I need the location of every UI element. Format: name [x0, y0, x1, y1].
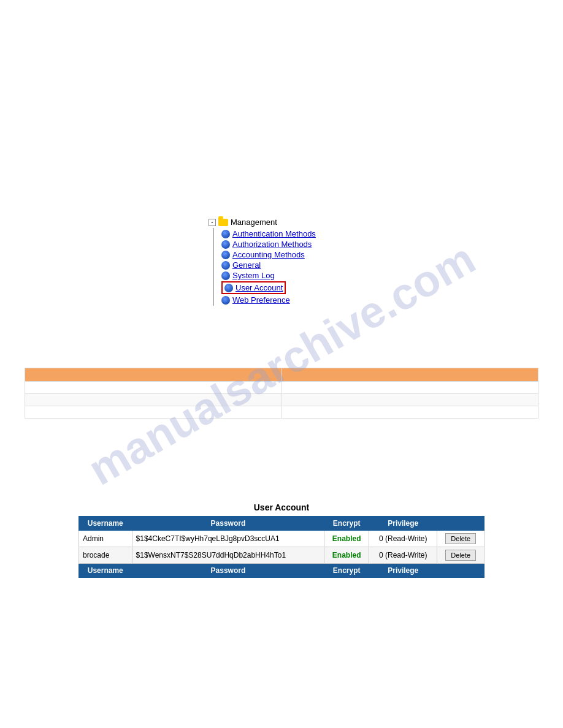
- globe-icon-acct: [221, 251, 230, 259]
- ua-col-action: [437, 517, 484, 531]
- user-account-table: Username Password Encrypt Privilege Admi…: [79, 516, 484, 578]
- ua-brocade-encrypt: Enabled: [324, 547, 369, 564]
- management-folder-icon: [218, 219, 228, 226]
- ua-col-encrypt: Encrypt: [324, 517, 369, 531]
- ua-col-password: Password: [132, 517, 324, 531]
- top-table-row2-col1: [25, 394, 282, 406]
- user-account-title: User Account: [79, 502, 484, 512]
- ua-admin-delete-button[interactable]: Delete: [445, 533, 476, 544]
- general-link[interactable]: General: [232, 260, 261, 270]
- top-table-header-row: [25, 368, 538, 382]
- user-account-link[interactable]: User Account: [236, 283, 283, 292]
- globe-icon-authz: [221, 240, 230, 249]
- tree-root-label: - Management: [209, 218, 316, 227]
- tree-item-acct-methods[interactable]: Accounting Methods: [221, 250, 316, 259]
- user-account-highlight[interactable]: User Account: [221, 281, 286, 294]
- tree-item-web-preference[interactable]: Web Preference: [221, 295, 316, 305]
- globe-icon-general: [221, 261, 230, 270]
- top-table-row1-col1: [25, 382, 282, 394]
- ua-header-row: Username Password Encrypt Privilege: [79, 517, 484, 531]
- watermark: manualsarchive.com: [0, 0, 563, 728]
- ua-admin-password: $1$4CkeC7TI$wyHh7qeLBJg8pvD3sccUA1: [132, 531, 324, 547]
- tree-item-system-log[interactable]: System Log: [221, 271, 316, 280]
- top-table-container: [25, 368, 538, 419]
- tree-item-user-account[interactable]: User Account: [221, 281, 316, 294]
- top-table-row2-col2: [282, 394, 538, 406]
- ua-footer-col-privilege: Privilege: [369, 564, 437, 578]
- top-table-row1-col2: [282, 382, 538, 394]
- ua-admin-username: Admin: [79, 531, 132, 547]
- ua-brocade-privilege: 0 (Read-Write): [369, 547, 437, 564]
- tree-expand-icon[interactable]: -: [209, 219, 216, 226]
- tree-branch: Authentication Methods Authorization Met…: [213, 228, 316, 306]
- globe-icon-auth: [221, 230, 230, 238]
- tree-root-title: Management: [231, 218, 277, 227]
- tree-item-general[interactable]: General: [221, 260, 316, 270]
- acct-methods-link[interactable]: Accounting Methods: [232, 250, 305, 259]
- top-table: [25, 368, 538, 419]
- ua-footer-col-username: Username: [79, 564, 132, 578]
- ua-brocade-delete-cell: Delete: [437, 547, 484, 564]
- ua-col-privilege: Privilege: [369, 517, 437, 531]
- top-table-row3-col2: [282, 406, 538, 419]
- top-table-header-col1: [25, 368, 282, 382]
- ua-brocade-username: brocade: [79, 547, 132, 564]
- top-table-row3: [25, 406, 538, 419]
- tree-root: - Management Authentication Methods Auth…: [209, 218, 316, 306]
- web-preference-link[interactable]: Web Preference: [232, 295, 290, 305]
- ua-col-username: Username: [79, 517, 132, 531]
- tree-item-auth-methods[interactable]: Authentication Methods: [221, 229, 316, 238]
- tree-menu: - Management Authentication Methods Auth…: [209, 218, 316, 306]
- ua-footer-col-action: [437, 564, 484, 578]
- tree-item-authz-methods[interactable]: Authorization Methods: [221, 240, 316, 249]
- ua-row-admin: Admin $1$4CkeC7TI$wyHh7qeLBJg8pvD3sccUA1…: [79, 531, 484, 547]
- top-table-header-col2: [282, 368, 538, 382]
- system-log-link[interactable]: System Log: [232, 271, 275, 280]
- ua-footer-row: Username Password Encrypt Privilege: [79, 564, 484, 578]
- globe-icon-syslog: [221, 271, 230, 280]
- top-table-row1: [25, 382, 538, 394]
- user-account-section: User Account Username Password Encrypt P…: [79, 502, 484, 578]
- ua-brocade-password: $1$WensxNT7$S28SU7ddHqDb2abHH4hTo1: [132, 547, 324, 564]
- globe-icon-user-account: [224, 284, 233, 292]
- ua-admin-delete-cell: Delete: [437, 531, 484, 547]
- top-table-row2: [25, 394, 538, 406]
- ua-footer-col-password: Password: [132, 564, 324, 578]
- auth-methods-link[interactable]: Authentication Methods: [232, 229, 316, 238]
- authz-methods-link[interactable]: Authorization Methods: [232, 240, 312, 249]
- ua-row-brocade: brocade $1$WensxNT7$S28SU7ddHqDb2abHH4hT…: [79, 547, 484, 564]
- ua-brocade-delete-button[interactable]: Delete: [445, 550, 476, 561]
- ua-admin-encrypt: Enabled: [324, 531, 369, 547]
- ua-admin-privilege: 0 (Read-Write): [369, 531, 437, 547]
- globe-icon-web-pref: [221, 296, 230, 305]
- top-table-row3-col1: [25, 406, 282, 419]
- ua-footer-col-encrypt: Encrypt: [324, 564, 369, 578]
